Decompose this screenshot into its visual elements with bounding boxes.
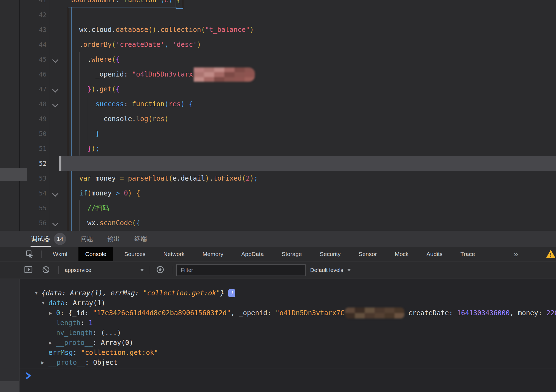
code-line-46[interactable]: 46 _openid: "o4lDn5Dn3vtarx <box>0 67 556 82</box>
code-text: console.log(res) <box>59 111 168 126</box>
code-line-50[interactable]: 50 } <box>0 126 556 141</box>
tab-trace[interactable]: Trace <box>460 247 475 261</box>
code-line-43[interactable]: 43 wx.cloud.database().collection("t_bal… <box>0 22 556 37</box>
code-text: success: function(res) { <box>59 97 193 111</box>
console-log-row[interactable]: ▼{data: Array(1), errMsg: "collection.ge… <box>19 288 556 298</box>
line-number: 44 <box>0 37 47 52</box>
console-row-text: nv_length: (...) <box>56 328 121 338</box>
code-editor[interactable]: 41 boardsubmit: function (e) {4243 wx.cl… <box>0 0 556 231</box>
tab-memory[interactable]: Memory <box>203 247 224 261</box>
console-row-text: errMsg: "collection.get:ok" <box>48 348 158 358</box>
console-log-row[interactable]: ▼data: Array(1) <box>19 298 556 308</box>
info-icon[interactable]: i <box>228 289 235 297</box>
console-log-tree: ▼{data: Array(1), errMsg: "collection.ge… <box>19 288 556 368</box>
divider <box>150 266 150 274</box>
clear-console-icon[interactable] <box>42 266 50 275</box>
triangle-collapsed-icon[interactable]: ▶ <box>41 360 48 365</box>
panel-tab-label: 问题 <box>80 235 93 243</box>
tab-appdata[interactable]: AppData <box>241 247 264 261</box>
console-toolbar: appservice Default levels <box>0 262 556 279</box>
tab-wxml[interactable]: Wxml <box>53 247 67 261</box>
fold-chevron-icon[interactable] <box>52 190 59 197</box>
line-number: 43 <box>0 22 47 37</box>
fold-chevron-icon[interactable] <box>52 86 59 93</box>
code-line-42[interactable]: 42 <box>0 7 556 22</box>
prompt-chevron-icon <box>25 372 32 380</box>
inspect-element-icon[interactable] <box>26 250 34 258</box>
log-count-badge: 14 <box>54 233 66 245</box>
line-number: 55 <box>0 201 47 216</box>
context-selector[interactable]: appservice <box>65 267 91 273</box>
triangle-expanded-icon[interactable]: ▼ <box>41 301 48 305</box>
console-panel[interactable]: ▼{data: Array(1), errMsg: "collection.ge… <box>0 279 556 392</box>
code-line-48[interactable]: 48 success: function(res) { <box>0 97 556 111</box>
line-number: 50 <box>0 126 47 141</box>
code-text: _openid: "o4lDn5Dn3vtarx <box>59 67 255 82</box>
line-number: 42 <box>0 7 47 22</box>
eye-icon[interactable] <box>156 265 165 275</box>
console-row-text: 0: {_id: "17e3426e61d44d8c02ba890615603f… <box>56 307 556 318</box>
console-log-row[interactable]: ▶0: {_id: "17e3426e61d44d8c02ba890615603… <box>19 308 556 318</box>
code-line-55[interactable]: 55 //扫码 <box>0 201 556 216</box>
code-text: var money = parseFloat(e.detail).toFixed… <box>59 171 258 186</box>
code-line-47[interactable]: 47 }).get({ <box>0 82 556 97</box>
tab-network[interactable]: Network <box>163 247 185 261</box>
tab-console[interactable]: Console <box>78 247 113 261</box>
console-row-text: __proto__: Object <box>48 358 118 368</box>
console-prompt-row[interactable] <box>19 369 556 383</box>
tab-sources[interactable]: Sources <box>124 247 146 261</box>
line-number: 41 <box>0 0 47 7</box>
console-log-row[interactable]: errMsg: "collection.get:ok" <box>19 348 556 358</box>
panel-tab-item[interactable]: 问题 <box>80 231 93 247</box>
code-line-49[interactable]: 49 console.log(res) <box>0 111 556 126</box>
triangle-collapsed-icon[interactable]: ▶ <box>49 341 56 345</box>
console-scrollbar-thumb[interactable] <box>0 381 19 392</box>
triangle-expanded-icon[interactable]: ▼ <box>34 291 42 295</box>
panel-tabs: 调试器14问题输出终端 <box>31 231 147 247</box>
warning-triangle-icon[interactable] <box>546 250 555 258</box>
panel-tab-debugger-active[interactable]: 调试器14 <box>31 231 66 247</box>
filter-input[interactable] <box>176 264 306 276</box>
code-line-53[interactable]: 53 var money = parseFloat(e.detail).toFi… <box>0 171 556 186</box>
console-log-row[interactable]: ▶__proto__: Object <box>19 358 556 368</box>
redacted-openid <box>194 67 255 82</box>
code-text: .orderBy('createDate', 'desc') <box>59 37 201 52</box>
code-line-54[interactable]: 54 if(money > 0) { <box>0 186 556 201</box>
line-number: 56 <box>0 216 47 230</box>
tab-storage[interactable]: Storage <box>282 247 302 261</box>
console-log-row[interactable]: length: 1 <box>19 318 556 328</box>
code-line-51[interactable]: 51 }); <box>0 141 556 156</box>
chevron-double-right-icon[interactable]: » <box>514 247 518 261</box>
panel-tab-bar: 调试器14问题输出终端 <box>0 231 556 247</box>
tab-sensor[interactable]: Sensor <box>359 247 377 261</box>
editor-scrollbar-thumb[interactable] <box>0 168 27 181</box>
divider <box>172 266 172 274</box>
text-cursor <box>59 156 61 171</box>
code-lines: 41 boardsubmit: function (e) {4243 wx.cl… <box>0 0 556 231</box>
tab-security[interactable]: Security <box>320 247 341 261</box>
line-number: 45 <box>0 52 47 67</box>
panel-tab-label: 输出 <box>107 235 120 243</box>
code-line-44[interactable]: 44 .orderBy('createDate', 'desc') <box>0 37 556 52</box>
code-line-41[interactable]: 41 boardsubmit: function (e) { <box>0 0 556 7</box>
fold-chevron-icon[interactable] <box>52 220 59 227</box>
log-levels-dropdown[interactable]: Default levels <box>310 267 351 273</box>
panel-tab-item[interactable]: 终端 <box>134 231 147 247</box>
divider <box>41 251 42 258</box>
code-text: if(money > 0) { <box>59 186 140 201</box>
toggle-sidebar-icon[interactable] <box>24 266 32 274</box>
fold-chevron-icon[interactable] <box>52 57 59 63</box>
code-text: }); <box>59 141 100 156</box>
code-line-56[interactable]: 56 wx.scanCode({ <box>0 216 556 230</box>
code-line-45[interactable]: 45 .where({ <box>0 52 556 67</box>
chevron-down-icon[interactable] <box>140 269 144 271</box>
console-left-rail <box>0 279 20 392</box>
code-line-52[interactable]: 52 <box>0 156 556 171</box>
panel-tab-item[interactable]: 输出 <box>107 231 120 247</box>
console-log-row[interactable]: ▶__proto__: Array(0) <box>19 338 556 348</box>
tab-audits[interactable]: Audits <box>426 247 442 261</box>
fold-chevron-icon[interactable] <box>52 101 59 108</box>
console-log-row[interactable]: nv_length: (...) <box>19 328 556 338</box>
triangle-collapsed-icon[interactable]: ▶ <box>49 311 56 315</box>
tab-mock[interactable]: Mock <box>395 247 408 261</box>
